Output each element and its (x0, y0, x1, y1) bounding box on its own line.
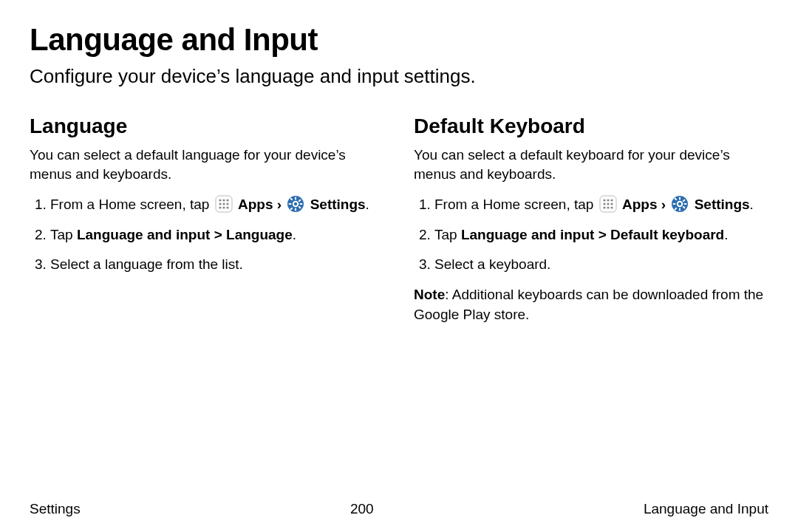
svg-rect-34 (673, 203, 676, 205)
footer-page-number: 200 (350, 501, 374, 517)
svg-point-26 (610, 203, 613, 205)
keyboard-step-2: Tap Language and input > Default keyboar… (434, 225, 768, 245)
keyboard-step-1: From a Home screen, tap Apps › (434, 195, 768, 215)
keyboard-steps: From a Home screen, tap Apps › (414, 195, 768, 275)
svg-rect-33 (679, 208, 681, 211)
page-footer: Settings 200 Language and Input (30, 486, 768, 517)
keyboard-note: Note: Additional keyboards can be downlo… (414, 285, 768, 324)
svg-point-27 (603, 207, 605, 209)
language-steps: From a Home screen, tap Apps › (30, 195, 384, 275)
step-bold: Language and input > Default keyboard (461, 227, 724, 242)
footer-right: Language and Input (644, 501, 768, 517)
svg-rect-14 (289, 203, 292, 205)
keyboard-intro: You can select a default keyboard for yo… (414, 146, 768, 183)
svg-rect-13 (295, 208, 296, 211)
svg-point-24 (603, 203, 605, 205)
period: . (750, 197, 754, 212)
svg-point-28 (607, 207, 609, 209)
page-title: Language and Input (30, 22, 768, 58)
svg-rect-12 (295, 197, 296, 200)
svg-rect-35 (684, 203, 687, 205)
svg-point-3 (226, 200, 228, 202)
svg-point-2 (222, 200, 225, 202)
content-columns: Language You can select a default langua… (30, 115, 768, 486)
svg-point-21 (603, 200, 605, 202)
breadcrumb-separator: › (277, 197, 286, 212)
svg-point-22 (607, 200, 609, 202)
step-text: Tap (434, 227, 461, 242)
svg-point-5 (222, 203, 225, 205)
page-subtitle: Configure your device’s language and inp… (30, 65, 768, 88)
default-keyboard-section: Default Keyboard You can select a defaul… (414, 115, 768, 486)
keyboard-step-3: Select a keyboard. (434, 255, 768, 275)
language-step-1: From a Home screen, tap Apps › (50, 195, 384, 215)
settings-label: Settings (695, 197, 750, 212)
settings-label: Settings (310, 197, 366, 212)
apps-grid-icon (215, 195, 233, 213)
language-step-2: Tap Language and input > Language. (50, 225, 384, 245)
step-bold: Language and input > Language (77, 227, 293, 242)
svg-point-4 (219, 203, 221, 205)
svg-point-29 (610, 207, 613, 209)
language-section: Language You can select a default langua… (30, 115, 384, 486)
svg-point-1 (219, 200, 221, 202)
svg-rect-32 (679, 197, 681, 200)
svg-point-7 (219, 207, 221, 209)
note-label: Note (414, 287, 445, 302)
note-text: : Additional keyboards can be downloaded… (414, 287, 763, 322)
breadcrumb-separator: › (661, 197, 670, 212)
footer-left: Settings (30, 501, 81, 517)
language-step-3: Select a language from the list. (50, 255, 384, 275)
language-intro: You can select a default language for yo… (30, 146, 384, 183)
period: . (724, 227, 728, 242)
svg-point-23 (610, 200, 613, 202)
svg-point-8 (222, 207, 225, 209)
svg-point-6 (226, 203, 228, 205)
period: . (366, 197, 369, 212)
period: . (293, 227, 296, 242)
step-text: From a Home screen, tap (50, 197, 214, 212)
apps-label: Apps (622, 197, 658, 212)
settings-gear-icon (287, 195, 304, 213)
settings-gear-icon (671, 195, 689, 213)
svg-point-25 (607, 203, 609, 205)
svg-rect-15 (300, 203, 303, 205)
section-heading-language: Language (30, 115, 384, 138)
manual-page: Language and Input Configure your device… (0, 0, 798, 532)
apps-label: Apps (238, 197, 273, 212)
step-text: Tap (50, 227, 77, 242)
step-text: From a Home screen, tap (434, 197, 598, 212)
svg-point-9 (226, 207, 228, 209)
apps-grid-icon (599, 195, 617, 213)
section-heading-keyboard: Default Keyboard (414, 115, 768, 138)
